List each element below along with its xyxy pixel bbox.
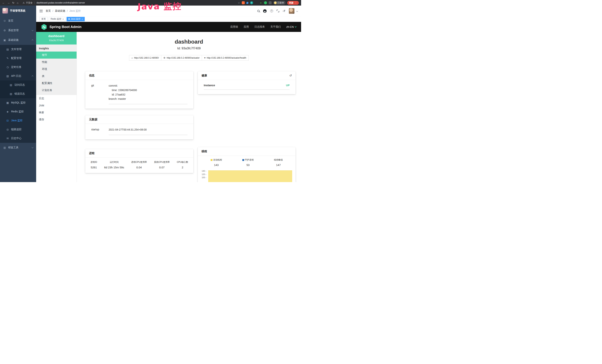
sba-locale-select[interactable]: zh-CN: [286, 25, 296, 28]
chevron-down-icon: [32, 147, 33, 148]
security-warning-icon: ⚠: [23, 1, 25, 4]
sba-header: Spring Boot Admin 应用墙 应用 日志报表 关于我们 zh-CN: [36, 22, 301, 32]
sba-nav-applications[interactable]: 应用: [244, 25, 249, 29]
sba-content[interactable]: dashboard Id: 93a3fc7f7409 ⌂http://192.1…: [77, 32, 301, 182]
breadcrumb-home[interactable]: 首页: [46, 9, 51, 13]
avatar-caret-icon[interactable]: [296, 10, 298, 12]
topbar-actions: ? TT: [257, 8, 298, 14]
sba-item-caches[interactable]: 缓存: [36, 116, 76, 123]
app-logo-row[interactable]: 芋道管理系统: [0, 6, 36, 16]
extension-icon-drop[interactable]: [247, 2, 248, 4]
sba-item-mappings[interactable]: 映射: [36, 109, 76, 116]
extension-icon-grid[interactable]: [255, 1, 258, 4]
sidebar-item-home[interactable]: ⊙首页: [0, 16, 36, 26]
back-icon[interactable]: ←: [2, 1, 5, 4]
sba-item-scheduled-tasks[interactable]: 计划任务: [36, 87, 76, 94]
instance-name: dashboard: [38, 34, 75, 38]
bookmark-star-icon[interactable]: ☆: [238, 1, 240, 4]
sba-item-jvm[interactable]: JVM: [36, 102, 76, 109]
breadcrumb-infra[interactable]: 基础设施: [55, 9, 65, 13]
actuator-url-link[interactable]: ⚙http://192.168.0.2:48080/actuator: [161, 55, 202, 61]
close-tab-icon[interactable]: ×: [63, 18, 64, 20]
browser-home-icon[interactable]: ⌂: [17, 1, 18, 4]
sba-nav: 应用墙 应用 日志报表 关于我们 zh-CN: [230, 25, 296, 29]
sidebar-item-access-logs[interactable]: ▤访问日志: [0, 80, 36, 89]
extension-icon-green[interactable]: [264, 1, 267, 4]
sba-nav-journal[interactable]: 日志报表: [254, 25, 265, 29]
sba-item-logs[interactable]: 日志: [36, 95, 76, 102]
search-icon[interactable]: [257, 10, 259, 12]
fullscreen-icon[interactable]: [277, 10, 279, 12]
tab-redis-monitor[interactable]: Redis 监控×: [49, 17, 65, 21]
sba-item-config-props[interactable]: 配置属性: [36, 80, 76, 87]
browser-update-button[interactable]: 更新⋮: [287, 1, 299, 5]
user-avatar[interactable]: [289, 8, 294, 14]
forward-icon[interactable]: →: [7, 1, 10, 4]
breadcrumb-current: Java 监控: [69, 9, 81, 13]
app-sidebar: 芋道管理系统 ⊙首页 ⚙系统管理 ▣基础设施 ▤文件管理 ✎配置管理 ◷定时任务…: [0, 6, 36, 182]
extension-icon-orange[interactable]: [242, 1, 245, 4]
service-url-link[interactable]: ⌂http://192.168.0.2:48080/: [129, 55, 161, 61]
process-card-header: 进程: [85, 149, 193, 158]
tab-home[interactable]: 首页: [40, 17, 48, 21]
health-url-link[interactable]: ♥http://192.168.0.2:48080/actuator/healt…: [202, 55, 249, 61]
sidebar-item-redis-monitor[interactable]: ◈Redis 监控: [0, 107, 36, 116]
health-instance-row: Instance UP: [204, 84, 290, 90]
breadcrumb-separator: /: [53, 10, 53, 12]
sidebar-item-infrastructure[interactable]: ▣基础设施: [0, 35, 36, 45]
sidebar-item-config-mgmt[interactable]: ✎配置管理: [0, 54, 36, 63]
address-separator: [34, 2, 35, 4]
tabs-bar: 首页 Redis 监控× Java 监控×: [36, 16, 301, 22]
address-bar[interactable]: ⚠ 不安全 dashboard.yudao.iocoder.cn/infra/a…: [23, 1, 85, 4]
sba-item-metrics[interactable]: 性能: [36, 59, 76, 66]
sba-item-classes[interactable]: 类: [36, 73, 76, 80]
sidebar-toggle-icon[interactable]: [40, 10, 43, 12]
sba-instance-header[interactable]: dashboard 93a3fc7f7409: [36, 32, 76, 44]
help-icon[interactable]: ?: [270, 10, 273, 12]
topbar: 首页 / 基础设施 / Java 监控 ? TT: [36, 6, 301, 16]
sidebar-item-dev-tools[interactable]: ▥研发工具: [0, 143, 36, 152]
sidebar-item-mysql-monitor[interactable]: ▦MySQL 监控: [0, 98, 36, 107]
sidebar-item-error-logs[interactable]: ▤错误日志: [0, 89, 36, 98]
sidebar-item-tracing[interactable]: ◎链路追踪: [0, 125, 36, 134]
log-icon: ▧: [6, 75, 9, 77]
sba-nav-about[interactable]: 关于我们: [270, 25, 281, 29]
tab-java-monitor[interactable]: Java 监控×: [66, 17, 85, 21]
history-icon[interactable]: ↺: [290, 74, 292, 77]
sba-item-environment[interactable]: 环境: [36, 66, 76, 73]
font-size-icon[interactable]: TT: [283, 10, 285, 12]
file-icon: ▤: [6, 48, 9, 51]
info-card-header: 信息: [85, 71, 193, 80]
profile-paused-badge[interactable]: 已暂停: [273, 1, 286, 5]
info-value: commit: time: 1596289704000 id: 27aa832 …: [109, 84, 187, 104]
chevron-up-icon: [32, 40, 33, 41]
threads-chart: 140 120 100: [199, 170, 294, 182]
sidebar-item-log-center[interactable]: ✉日志中心: [0, 134, 36, 143]
sidebar-item-file-mgmt[interactable]: ▤文件管理: [0, 45, 36, 54]
mail-icon: ✉: [6, 137, 9, 140]
sidebar-item-scheduled-jobs[interactable]: ◷定时任务: [0, 63, 36, 72]
sba-logo-icon: [41, 24, 47, 30]
extensions-puzzle-icon[interactable]: [269, 1, 272, 4]
sidebar-item-api-logs[interactable]: ▧API 日志: [0, 72, 36, 80]
wrench-icon: ⚙: [163, 57, 166, 59]
health-instance-label: Instance: [204, 84, 215, 87]
legend-live-threads: 活动线程 143: [211, 158, 222, 167]
stat-pid: 进程ID5261: [90, 161, 97, 169]
chevron-up-icon: [32, 75, 33, 77]
github-icon[interactable]: [263, 9, 267, 13]
browser-menu-icon[interactable]: ⋮: [295, 1, 297, 4]
monitor-icon: ▣: [3, 39, 6, 42]
extension-icon-y[interactable]: Y: [250, 1, 253, 4]
legend-peak-threads: 线程峰值 147: [274, 158, 283, 167]
metadata-key: startup: [91, 128, 109, 135]
sidebar-item-java-monitor[interactable]: ⊡Java 监控: [0, 116, 36, 125]
sba-item-details[interactable]: 细节: [36, 52, 76, 59]
instance-id: 93a3fc7f7409: [38, 39, 75, 42]
sidebar-item-system-mgmt[interactable]: ⚙系统管理: [0, 26, 36, 35]
close-tab-icon[interactable]: ×: [82, 18, 83, 20]
tampermonkey-icon[interactable]: on: [259, 1, 262, 4]
reload-icon[interactable]: ↻: [12, 1, 14, 4]
sba-nav-wallboard[interactable]: 应用墙: [230, 25, 238, 29]
threads-card: 线程 活动线程 143 守护进程 53: [198, 147, 296, 182]
